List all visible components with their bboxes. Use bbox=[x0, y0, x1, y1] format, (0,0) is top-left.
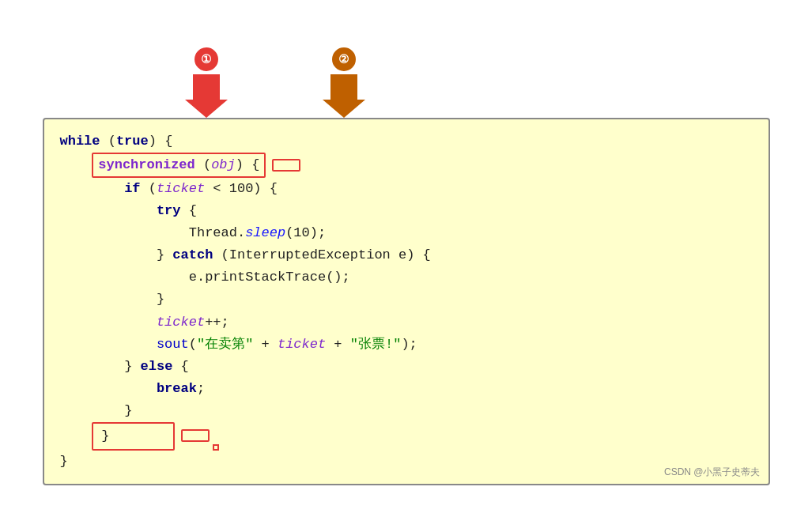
kw-true: true bbox=[116, 134, 149, 149]
red-rect-2 bbox=[181, 429, 210, 442]
str-1: "在卖第" bbox=[197, 337, 253, 352]
ticket-var-2: ticket bbox=[157, 315, 205, 330]
code-line-4: try { bbox=[60, 200, 753, 222]
str-2: "张票!" bbox=[350, 337, 402, 352]
red-rect-1 bbox=[272, 159, 300, 172]
code-line-15: } bbox=[60, 451, 753, 473]
code-line-3: if (ticket < 100) { bbox=[60, 178, 753, 200]
arrow2-svg bbox=[323, 74, 365, 118]
code-line-9: ticket++; bbox=[60, 311, 753, 334]
ticket-var-1: ticket bbox=[157, 181, 205, 196]
kw-break: break bbox=[157, 381, 197, 396]
watermark: CSDN @小黑子史蒂夫 bbox=[664, 466, 761, 479]
code-box: while (true) { synchronized (obj) { if (… bbox=[43, 118, 770, 485]
code-line-14: } bbox=[60, 422, 753, 451]
code-line-6: } catch (InterruptedException e) { bbox=[60, 244, 753, 266]
arrow1-circle: ① bbox=[195, 47, 218, 71]
arrow1-svg bbox=[185, 74, 228, 118]
code-line-1: while (true) { bbox=[60, 130, 753, 153]
code-line-2: synchronized (obj) { bbox=[60, 153, 753, 178]
code-line-13: } bbox=[60, 400, 753, 422]
sync-highlight-box: synchronized (obj) { bbox=[92, 153, 266, 178]
code-line-5: Thread.sleep(10); bbox=[60, 222, 753, 244]
kw-else: else bbox=[141, 359, 173, 374]
kw-try: try bbox=[157, 203, 181, 218]
outer-container: ① ② while (true) { synchronized (obj) { … bbox=[43, 47, 770, 485]
arrow2-circle: ② bbox=[332, 47, 356, 71]
obj-var: obj bbox=[211, 157, 236, 172]
cursor-dot bbox=[213, 444, 219, 451]
code-line-10: sout("在卖第" + ticket + "张票!"); bbox=[60, 334, 753, 356]
svg-marker-0 bbox=[185, 74, 228, 118]
sleep-method: sleep bbox=[245, 225, 285, 240]
sout-method: sout bbox=[157, 337, 189, 352]
code-line-12: break; bbox=[60, 378, 753, 400]
code-line-7: e.printStackTrace(); bbox=[60, 266, 753, 289]
kw-catch: catch bbox=[172, 247, 213, 262]
arrow2-wrapper: ② bbox=[323, 47, 365, 118]
code-line-8: } bbox=[60, 289, 753, 311]
svg-marker-1 bbox=[323, 74, 365, 118]
kw-if: if bbox=[124, 181, 140, 196]
code-line-11: } else { bbox=[60, 356, 753, 378]
arrows-area: ① ② bbox=[43, 47, 770, 118]
arrow1-wrapper: ① bbox=[185, 47, 228, 118]
ticket-var-3: ticket bbox=[278, 337, 326, 352]
kw-synchronized: synchronized bbox=[98, 157, 195, 172]
close-brace-box: } bbox=[92, 422, 174, 451]
kw-while: while bbox=[60, 134, 100, 149]
